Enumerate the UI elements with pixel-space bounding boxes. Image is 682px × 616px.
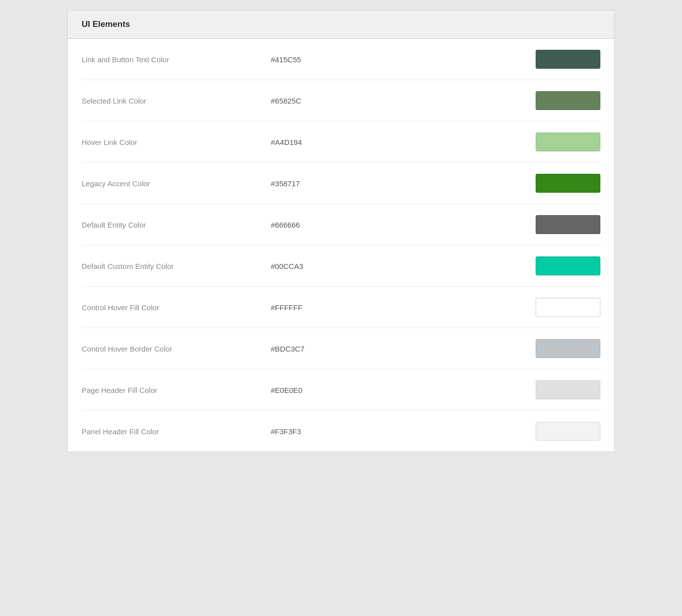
color-hex-value: #65825C (271, 97, 536, 105)
color-swatch[interactable] (536, 91, 600, 110)
color-label: Legacy Accent Color (82, 179, 271, 188)
color-hex-value: #358717 (271, 179, 536, 188)
color-hex-value: #BDC3C7 (271, 345, 536, 353)
color-row[interactable]: Selected Link Color#65825C (82, 80, 600, 122)
panel-title: UI Elements (82, 19, 130, 29)
color-label: Link and Button Text Color (82, 55, 271, 64)
color-label: Control Hover Fill Color (82, 303, 271, 312)
color-hex-value: #415C55 (271, 55, 536, 64)
color-swatch[interactable] (536, 174, 600, 193)
color-row[interactable]: Default Entity Color#666666 (82, 204, 600, 246)
color-hex-value: #666666 (271, 221, 536, 229)
color-label: Selected Link Color (82, 97, 271, 105)
color-label: Default Custom Entity Color (82, 262, 271, 270)
color-swatch[interactable] (536, 132, 600, 151)
color-hex-value: #FFFFFF (271, 303, 536, 312)
panel-body: Link and Button Text Color#415C55Selecte… (68, 39, 614, 452)
color-swatch[interactable] (536, 298, 600, 317)
color-swatch[interactable] (536, 215, 600, 234)
color-label: Panel Header Fill Color (82, 427, 271, 436)
color-swatch[interactable] (536, 256, 600, 275)
color-label: Page Header Fill Color (82, 386, 271, 394)
panel-header: UI Elements (68, 10, 614, 39)
color-row[interactable]: Panel Header Fill Color#F3F3F3 (82, 411, 600, 452)
color-hex-value: #00CCA3 (271, 262, 536, 270)
color-label: Default Entity Color (82, 221, 271, 229)
ui-elements-panel: UI Elements Link and Button Text Color#4… (67, 10, 615, 452)
color-swatch[interactable] (536, 50, 600, 69)
color-row[interactable]: Page Header Fill Color#E0E0E0 (82, 370, 600, 411)
color-row[interactable]: Default Custom Entity Color#00CCA3 (82, 246, 600, 287)
color-row[interactable]: Control Hover Fill Color#FFFFFF (82, 287, 600, 328)
color-row[interactable]: Control Hover Border Color#BDC3C7 (82, 328, 600, 370)
color-hex-value: #A4D194 (271, 138, 536, 146)
color-swatch[interactable] (536, 422, 600, 441)
color-row[interactable]: Legacy Accent Color#358717 (82, 163, 600, 204)
color-row[interactable]: Link and Button Text Color#415C55 (82, 39, 600, 80)
color-swatch[interactable] (536, 339, 600, 358)
color-label: Control Hover Border Color (82, 345, 271, 353)
color-swatch[interactable] (536, 380, 600, 399)
color-row[interactable]: Hover Link Color#A4D194 (82, 122, 600, 163)
color-label: Hover Link Color (82, 138, 271, 146)
color-hex-value: #E0E0E0 (271, 386, 536, 394)
color-hex-value: #F3F3F3 (271, 427, 536, 436)
